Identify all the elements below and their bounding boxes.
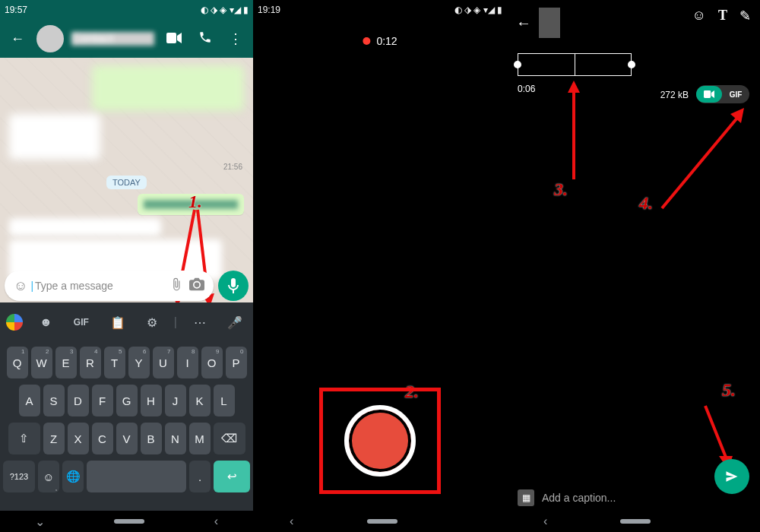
android-navbar: ‹ — [507, 511, 760, 532]
key-i[interactable]: I8 — [177, 347, 198, 378]
trim-duration: 0:06 — [518, 84, 535, 94]
gif-key[interactable]: GIF — [69, 317, 93, 328]
whatsapp-chat-screen: 19:57 ◐ ⬗ ◈ ▾◢ ▮ ← Contact ⋮ 21:56 TODAY… — [0, 0, 253, 532]
nav-back-icon[interactable]: ‹ — [543, 515, 547, 528]
enter-key[interactable]: ↩ — [214, 461, 250, 492]
message-out[interactable] — [92, 65, 244, 111]
key-m[interactable]: M — [189, 423, 211, 454]
message-in[interactable] — [9, 218, 161, 236]
shutter-button[interactable] — [344, 405, 416, 477]
message-timestamp: 21:56 — [5, 163, 242, 171]
file-size: 272 kB — [660, 90, 689, 100]
key-l[interactable]: L — [214, 385, 235, 416]
key-a[interactable]: A — [19, 385, 40, 416]
key-z[interactable]: Z — [43, 423, 65, 454]
more-icon[interactable]: ⋯ — [189, 315, 211, 330]
nav-back-icon[interactable]: ‹ — [214, 515, 218, 528]
key-o[interactable]: O9 — [201, 347, 223, 378]
draw-tool-icon[interactable]: ✎ — [739, 8, 751, 24]
android-navbar: ‹ — [253, 511, 507, 532]
nav-home[interactable] — [367, 519, 397, 524]
svg-rect-5 — [704, 90, 711, 98]
add-media-icon[interactable]: ▦ — [518, 489, 534, 506]
video-edit-screen: ← ☺ T ✎ 0:06 272 kB GIF 3. 4. 5. ▦ Add a… — [507, 0, 760, 532]
status-icons: ◐ ⬗ ◈ ▾◢ ▮ — [201, 5, 249, 15]
input-placeholder: Type a message — [35, 280, 166, 292]
camera-recording-screen: 19:19 ◐ ⬗ ◈ ▾◢ ▮ 0:12 2. ‹ — [253, 0, 507, 532]
key-t[interactable]: T5 — [104, 347, 125, 378]
key-e[interactable]: E3 — [55, 347, 77, 378]
nav-home[interactable] — [114, 519, 144, 524]
key-u[interactable]: U7 — [153, 347, 174, 378]
backspace-key[interactable]: ⌫ — [214, 423, 245, 454]
nav-back-icon[interactable]: ‹ — [290, 515, 293, 528]
key-s[interactable]: S — [43, 385, 65, 416]
mic-icon[interactable]: 🎤 — [223, 315, 247, 330]
language-key[interactable]: 🌐 — [62, 461, 84, 492]
google-icon[interactable] — [6, 314, 23, 331]
key-r[interactable]: R4 — [80, 347, 101, 378]
svg-marker-7 — [568, 81, 580, 93]
key-d[interactable]: D — [68, 385, 89, 416]
video-trim-bar[interactable] — [518, 53, 632, 76]
nav-down-icon[interactable]: ⌄ — [35, 515, 45, 529]
camera-icon[interactable] — [186, 277, 207, 295]
keyboard-suggestion-strip: ☻ GIF 📋 ⚙ | ⋯ 🎤 — [0, 302, 253, 342]
text-tool-icon[interactable]: T — [718, 8, 727, 24]
trim-handle-left[interactable] — [514, 61, 521, 68]
video-mode-icon — [696, 86, 722, 103]
video-gif-toggle[interactable]: GIF — [696, 85, 749, 103]
mic-button[interactable] — [218, 271, 249, 301]
key-b[interactable]: B — [141, 423, 162, 454]
video-thumbnail[interactable] — [539, 8, 560, 38]
back-icon[interactable]: ← — [6, 31, 29, 47]
key-k[interactable]: K — [189, 385, 211, 416]
symbols-key[interactable]: ?123 — [3, 461, 35, 492]
status-time: 19:19 — [258, 5, 280, 15]
attach-icon[interactable] — [166, 277, 186, 295]
caption-input[interactable]: Add a caption... — [542, 492, 616, 504]
key-y[interactable]: Y6 — [128, 347, 150, 378]
emoji-sticker-icon[interactable]: ☺ — [692, 8, 706, 24]
more-icon[interactable]: ⋮ — [224, 30, 247, 47]
key-w[interactable]: W2 — [31, 347, 52, 378]
status-bar: 19:57 ◐ ⬗ ◈ ▾◢ ▮ — [0, 0, 253, 20]
period-key[interactable]: . — [189, 461, 211, 492]
clipboard-icon[interactable]: 📋 — [106, 315, 130, 330]
record-dot-icon — [363, 37, 370, 45]
status-icons: ◐ ⬗ ◈ ▾◢ ▮ — [454, 5, 502, 15]
voice-call-icon[interactable] — [194, 30, 217, 48]
settings-icon[interactable]: ⚙ — [142, 315, 162, 330]
shift-key[interactable]: ⇧ — [8, 423, 40, 454]
sticker-icon[interactable]: ☻ — [35, 315, 57, 329]
emoji-icon[interactable]: ☺ — [11, 278, 30, 294]
key-h[interactable]: H — [141, 385, 162, 416]
space-key[interactable] — [87, 461, 186, 492]
message-input[interactable]: ☺ | Type a message — [5, 271, 214, 301]
svg-line-8 — [662, 117, 738, 208]
trim-handle-right[interactable] — [628, 61, 635, 68]
key-c[interactable]: C — [92, 423, 113, 454]
day-separator: TODAY — [106, 176, 147, 189]
contact-name[interactable]: Contact — [71, 32, 154, 46]
key-f[interactable]: F — [92, 385, 113, 416]
back-icon[interactable]: ← — [516, 14, 531, 32]
annotation-5: 5. — [722, 380, 736, 401]
key-v[interactable]: V — [116, 423, 138, 454]
emoji-key[interactable]: ☺, — [38, 461, 59, 492]
key-g[interactable]: G — [116, 385, 138, 416]
key-q[interactable]: Q1 — [7, 347, 28, 378]
message-in[interactable] — [9, 114, 100, 160]
avatar[interactable] — [36, 25, 64, 52]
shutter-highlight-box — [319, 388, 441, 494]
key-j[interactable]: J — [165, 385, 186, 416]
keyboard: Q1W2E3R4T5Y6U7I8O9P0 ASDFGHJKL ⇧ ZXCVBNM… — [0, 342, 253, 511]
annotation-3: 3. — [554, 179, 568, 200]
status-time: 19:57 — [5, 5, 27, 15]
video-call-icon[interactable] — [162, 31, 186, 47]
key-p[interactable]: P0 — [226, 347, 247, 378]
key-x[interactable]: X — [68, 423, 89, 454]
svg-line-10 — [705, 406, 727, 459]
key-n[interactable]: N — [165, 423, 186, 454]
nav-home[interactable] — [620, 519, 651, 524]
